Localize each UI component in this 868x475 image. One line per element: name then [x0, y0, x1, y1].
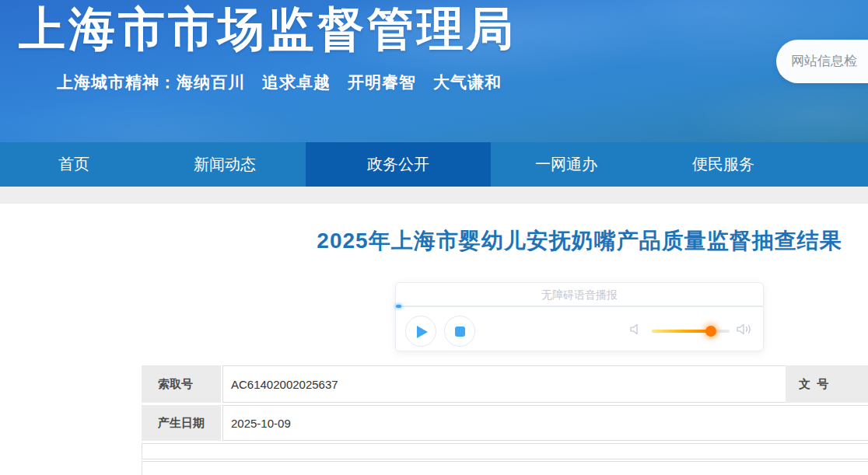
issue-date-value: 2025-10-09	[222, 405, 868, 441]
nav-item-gov-affairs[interactable]: 政务公开	[306, 142, 491, 187]
index-number-value: AC61402002025637	[222, 365, 868, 403]
main-nav: 首页 新闻动态 政务公开 一网通办 便民服务	[0, 142, 868, 187]
page: 上海市市场监督管理局 上海城市精神：海纳百川 追求卓越 开明睿智 大气谦和 网站…	[0, 0, 868, 475]
index-number-label: 索取号	[142, 365, 221, 403]
nav-item-public-service[interactable]: 便民服务	[631, 142, 816, 187]
volume-high-icon[interactable]	[736, 323, 753, 336]
search-input[interactable]: 网站信息检	[776, 40, 868, 83]
nav-item-news[interactable]: 新闻动态	[132, 142, 317, 187]
nav-divider	[0, 187, 868, 204]
site-title: 上海市市场监督管理局	[19, 0, 516, 64]
audio-player-header: 无障碍语音播报	[396, 283, 763, 307]
stop-icon	[455, 327, 465, 337]
audio-player: 无障碍语音播报	[395, 282, 764, 351]
page-title: 2025年上海市婴幼儿安抚奶嘴产品质量监督抽查结果	[142, 226, 868, 256]
document-number-label: 文 号	[786, 365, 868, 403]
play-button[interactable]	[405, 316, 436, 347]
issue-date-label: 产生日期	[142, 405, 221, 441]
audio-player-label: 无障碍语音播报	[541, 288, 618, 301]
article-content: 2025年上海市婴幼儿安抚奶嘴产品质量监督抽查结果 无障碍语音播报	[142, 204, 868, 475]
volume-slider[interactable]	[652, 330, 730, 333]
audio-progress-indicator	[396, 305, 401, 308]
volume-fill	[652, 330, 711, 333]
table-row	[142, 443, 868, 459]
site-slogan: 上海城市精神：海纳百川 追求卓越 开明睿智 大气谦和	[57, 72, 502, 93]
stop-button[interactable]	[444, 316, 475, 347]
site-header: 上海市市场监督管理局 上海城市精神：海纳百川 追求卓越 开明睿智 大气谦和 网站…	[0, 0, 868, 142]
search-placeholder: 网站信息检	[776, 40, 868, 83]
volume-low-icon[interactable]	[628, 323, 642, 336]
play-icon	[417, 326, 428, 338]
volume-knob[interactable]	[705, 326, 716, 337]
table-row	[142, 461, 868, 475]
